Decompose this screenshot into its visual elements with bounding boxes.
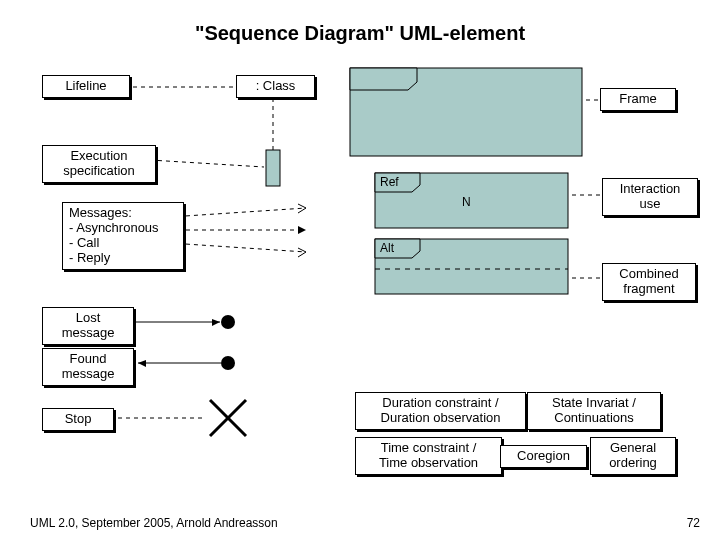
label-lost-message: Lostmessage <box>42 307 134 345</box>
label-interaction-use: Interactionuse <box>602 178 698 216</box>
page-number: 72 <box>687 516 700 530</box>
label-coregion: Coregion <box>500 445 587 468</box>
label-frame: Frame <box>600 88 676 111</box>
label-messages: Messages:- Asynchronous- Call- Reply <box>62 202 184 270</box>
label-stop: Stop <box>42 408 114 431</box>
svg-line-14 <box>170 208 306 217</box>
label-combined-fragment: Combinedfragment <box>602 263 696 301</box>
label-found-message: Foundmessage <box>42 348 134 386</box>
label-time-constraint: Time constraint /Time observation <box>355 437 502 475</box>
label-general-ordering: Generalordering <box>590 437 676 475</box>
label-lifeline: Lifeline <box>42 75 130 98</box>
svg-marker-1 <box>350 68 417 90</box>
tab-alt: Alt <box>380 241 394 255</box>
svg-marker-19 <box>212 319 220 326</box>
svg-rect-10 <box>375 239 568 294</box>
svg-marker-16 <box>298 226 306 234</box>
svg-rect-7 <box>375 173 568 228</box>
svg-line-25 <box>210 400 246 436</box>
label-state-invariant: State Invariat /Continuations <box>527 392 661 430</box>
label-execution-specification: Executionspecification <box>42 145 156 183</box>
label-duration-constraint: Duration constraint /Duration observatio… <box>355 392 526 430</box>
svg-line-5 <box>150 160 264 167</box>
tab-ref: Ref <box>380 175 399 189</box>
ref-content-n: N <box>462 195 471 209</box>
svg-marker-23 <box>138 360 146 367</box>
svg-rect-0 <box>350 68 582 156</box>
footer-text: UML 2.0, September 2005, Arnold Andreass… <box>30 516 278 530</box>
svg-line-24 <box>210 400 246 436</box>
box-class: : Class <box>236 75 315 98</box>
page-title: "Sequence Diagram" UML-element <box>0 22 720 45</box>
svg-point-21 <box>221 356 235 370</box>
svg-line-17 <box>170 243 306 252</box>
svg-rect-3 <box>266 150 280 186</box>
svg-point-20 <box>221 315 235 329</box>
